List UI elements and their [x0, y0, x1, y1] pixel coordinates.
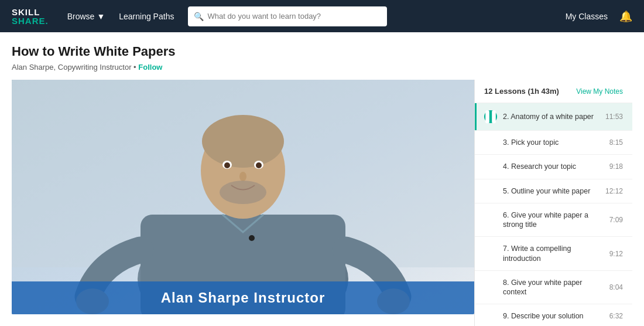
- lesson-item[interactable]: 9. Describe your solution6:32: [475, 304, 632, 326]
- main-content: How to Write White Papers Alan Sharpe, C…: [0, 32, 644, 326]
- lesson-name: 4. Research your topic: [503, 162, 605, 171]
- lesson-name: 3. Pick your topic: [503, 138, 605, 147]
- svg-rect-17: [492, 110, 496, 123]
- svg-point-9: [224, 162, 230, 168]
- lesson-duration: 9:18: [609, 162, 623, 171]
- lesson-name: 5. Outline your white paper: [503, 186, 601, 196]
- lower-third-bar: Alan Sharpe Instructor: [12, 281, 474, 314]
- svg-rect-16: [485, 110, 489, 123]
- video-background: [12, 80, 474, 314]
- lessons-count: 12 Lessons (1h 43m): [484, 87, 559, 96]
- logo[interactable]: SKILL SHARE.: [12, 8, 49, 25]
- search-bar[interactable]: 🔍: [188, 6, 387, 26]
- follow-link[interactable]: Follow: [138, 63, 162, 72]
- lesson-name: 7. Write a compelling introduction: [503, 244, 605, 263]
- notification-bell-icon[interactable]: 🔔: [619, 10, 632, 23]
- pause-icon: [484, 110, 497, 123]
- video-player[interactable]: Alan Sharpe Instructor: [12, 80, 474, 314]
- lesson-name: 6. Give your white paper a strong title: [503, 210, 605, 230]
- lesson-item[interactable]: 4. Research your topic9:18: [475, 155, 632, 179]
- browse-nav[interactable]: Browse ▼: [67, 12, 105, 21]
- lessons-sidebar: 12 Lessons (1h 43m) View My Notes 2. Ana…: [474, 80, 632, 326]
- lesson-item[interactable]: 5. Outline your white paper12:12: [475, 179, 632, 203]
- lower-third-text: Alan Sharpe Instructor: [161, 290, 326, 306]
- chevron-down-icon: ▼: [97, 12, 105, 21]
- instructor-video: [12, 80, 474, 314]
- lesson-name: 8. Give your white paper context: [503, 278, 605, 297]
- lessons-list: 2. Anatomy of a white paper11:533. Pick …: [475, 103, 632, 326]
- lesson-item[interactable]: 6. Give your white paper a strong title7…: [475, 203, 632, 237]
- search-input[interactable]: [207, 12, 381, 21]
- browse-label: Browse: [67, 12, 95, 21]
- learning-paths-nav[interactable]: Learning Paths: [119, 12, 174, 21]
- lesson-duration: 11:53: [605, 113, 623, 121]
- lesson-item[interactable]: 2. Anatomy of a white paper11:53: [475, 103, 632, 131]
- svg-point-12: [220, 181, 266, 204]
- view-notes-link[interactable]: View My Notes: [576, 87, 623, 96]
- logo-skill-text: SKILL: [12, 8, 49, 16]
- lesson-duration: 8:04: [609, 283, 623, 291]
- instructor-name: Alan Sharpe, Copywriting Instructor: [12, 63, 131, 72]
- lesson-duration: 7:09: [609, 216, 623, 224]
- my-classes-link[interactable]: My Classes: [566, 12, 608, 21]
- svg-point-11: [239, 172, 246, 181]
- learning-paths-label: Learning Paths: [119, 12, 174, 21]
- lesson-duration: 12:12: [605, 187, 623, 195]
- lesson-item[interactable]: 8. Give your white paper context8:04: [475, 271, 632, 305]
- svg-point-6: [202, 115, 284, 168]
- lesson-duration: 9:12: [609, 250, 623, 258]
- logo-share-text: SHARE.: [12, 16, 49, 25]
- lessons-header: 12 Lessons (1h 43m) View My Notes: [475, 80, 632, 103]
- header: SKILL SHARE. Browse ▼ Learning Paths 🔍 M…: [0, 0, 644, 32]
- lesson-item[interactable]: 3. Pick your topic8:15: [475, 131, 632, 155]
- search-icon: 🔍: [194, 12, 204, 21]
- lesson-item[interactable]: 7. Write a compelling introduction9:12: [475, 237, 632, 271]
- lesson-name: 2. Anatomy of a white paper: [503, 112, 601, 121]
- lesson-duration: 6:32: [609, 312, 623, 320]
- lesson-name: 9. Describe your solution: [503, 311, 605, 321]
- lesson-duration: 8:15: [609, 138, 623, 147]
- course-instructor: Alan Sharpe, Copywriting Instructor • Fo…: [12, 63, 632, 72]
- content-area: Alan Sharpe Instructor 12 Lessons (1h 43…: [12, 80, 632, 326]
- svg-point-10: [256, 162, 262, 168]
- svg-point-15: [249, 235, 255, 241]
- course-title: How to Write White Papers: [12, 44, 632, 59]
- header-right: My Classes 🔔: [566, 10, 632, 23]
